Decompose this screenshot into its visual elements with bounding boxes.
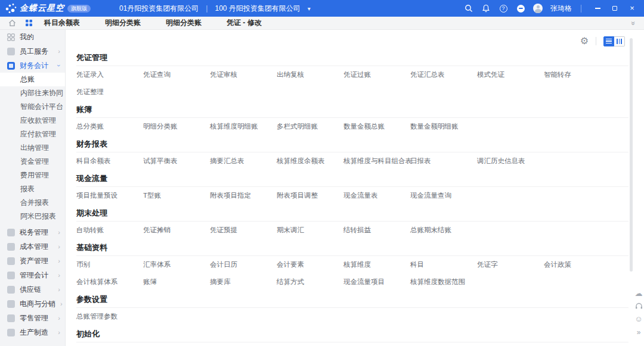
menu-item[interactable]: 摘要汇总表 xyxy=(210,152,277,170)
menu-item[interactable]: 总账管理参数 xyxy=(76,308,143,325)
sidebar-subitem-amoeba-reports[interactable]: 阿米巴报表 xyxy=(0,210,65,223)
sidebar-subitem-cashier[interactable]: 出纳管理 xyxy=(0,141,65,155)
help-icon[interactable]: ? xyxy=(499,4,508,13)
menu-item[interactable]: 核算维度与科目组合表 xyxy=(343,152,410,170)
menu-item[interactable]: 凭证查询 xyxy=(143,66,210,83)
menu-item[interactable]: 凭证汇总表 xyxy=(410,66,477,83)
menu-item[interactable]: 凭证过账 xyxy=(343,66,410,83)
menu-item[interactable]: 明细分类账 xyxy=(143,118,210,135)
menu-item[interactable]: 自动转账 xyxy=(76,222,143,239)
sidebar-subitem-expense[interactable]: 费用管理 xyxy=(0,169,65,182)
menu-item[interactable]: 会计政策 xyxy=(544,256,611,273)
menu-item[interactable]: 多栏式明细账 xyxy=(277,118,343,135)
minimize-button[interactable] xyxy=(594,5,601,12)
menu-item[interactable]: 核算维度数据范围 xyxy=(410,273,477,291)
menu-item[interactable]: 会计核算体系 xyxy=(76,273,143,291)
menu-item[interactable]: 摘要库 xyxy=(210,273,277,291)
settings-gear-icon[interactable]: ⚙ xyxy=(580,36,589,46)
home-icon[interactable] xyxy=(8,19,16,27)
menu-item[interactable]: 启用总账 xyxy=(277,342,343,346)
sidebar-subitem-consolidated-reports[interactable]: 合并报表 xyxy=(0,196,65,210)
sidebar-item-asset[interactable]: 资产管理 › xyxy=(0,254,65,268)
list-view-button[interactable] xyxy=(603,36,614,46)
menu-item[interactable]: 会计日历 xyxy=(210,256,277,273)
do-not-disturb-icon[interactable] xyxy=(516,4,525,13)
menu-item[interactable]: 试算平衡表 xyxy=(143,152,210,170)
assistant-cloud-icon[interactable]: ☁ xyxy=(635,289,643,297)
sidebar-item-manufacturing[interactable]: 生产制造 › xyxy=(0,325,65,339)
menu-item[interactable]: 期末调汇 xyxy=(277,222,343,239)
sidebar-item-supply-chain[interactable]: 供应链 › xyxy=(0,282,65,297)
support-headset-icon[interactable] xyxy=(635,303,643,310)
sidebar-item-employee-service[interactable]: 员工服务 › xyxy=(0,44,65,58)
sidebar-subitem-treasury[interactable]: 资金管理 xyxy=(0,155,65,169)
menu-item[interactable]: 凭证录入 xyxy=(76,66,143,83)
menu-item[interactable]: 总分类账 xyxy=(76,118,143,135)
menu-item[interactable]: 项目批量预设 xyxy=(76,187,143,204)
menu-item[interactable]: 结转损益 xyxy=(343,222,410,239)
menu-item[interactable]: 现金流量查询 xyxy=(410,187,477,204)
search-icon[interactable] xyxy=(464,4,473,13)
menu-item[interactable]: 凭证审核 xyxy=(210,66,277,83)
sidebar-subitem-smart-accounting[interactable]: 智能会计平台 xyxy=(0,100,65,114)
sidebar-subitem-receivables[interactable]: 应收款管理 xyxy=(0,114,65,127)
menu-item[interactable]: 核算维度初始余额 xyxy=(143,342,210,346)
menu-item[interactable]: 现金流量项目 xyxy=(343,273,410,291)
menu-item[interactable]: 凭证字 xyxy=(477,256,544,273)
content-scrollbar[interactable] xyxy=(630,38,633,272)
menu-item[interactable]: 核算维度 xyxy=(343,256,410,273)
app-menu-grid-icon[interactable] xyxy=(26,20,32,26)
maximize-button[interactable] xyxy=(611,5,618,12)
sidebar-item-tax[interactable]: 税务管理 › xyxy=(0,225,65,239)
menu-item[interactable]: 凭证预提 xyxy=(210,222,277,239)
menu-item[interactable]: T型账 xyxy=(143,187,210,204)
menu-item[interactable]: 凭证摊销 xyxy=(143,222,210,239)
menu-item[interactable]: 账簿 xyxy=(143,273,210,291)
tab-detail-ledger-1[interactable]: 明细分类账 xyxy=(105,18,141,28)
menu-item[interactable]: 科目余额表 xyxy=(76,152,143,170)
menu-item[interactable]: 出纳复核 xyxy=(277,66,343,83)
menu-item[interactable]: 会计要素 xyxy=(277,256,343,273)
sidebar-item-ecommerce[interactable]: 电商与分销 › xyxy=(0,297,65,311)
sidebar-item-cost[interactable]: 成本管理 › xyxy=(0,239,65,254)
sidebar-subitem-reports[interactable]: 报表 xyxy=(0,182,65,196)
menu-item[interactable]: 总账期末结账 xyxy=(410,222,477,239)
menu-item[interactable]: 日报表 xyxy=(410,152,477,170)
sidebar-item-retail[interactable]: 零售管理 › xyxy=(0,311,65,325)
sidebar-item-management-accounting[interactable]: 管理会计 › xyxy=(0,268,65,282)
sidebar-subitem-general-ledger[interactable]: 总账 xyxy=(0,73,65,86)
menu-item[interactable]: 科目 xyxy=(410,256,477,273)
menu-item[interactable]: 数量金额总账 xyxy=(343,118,410,135)
column-view-button[interactable] xyxy=(614,36,625,46)
organization-switcher[interactable]: 01丹阳投资集团有限公司 | 100 丹阳投资集团有限公司 ▾ xyxy=(119,4,311,14)
collapse-tabs-icon[interactable]: » xyxy=(630,21,638,25)
menu-item[interactable]: 凭证整理 xyxy=(76,83,143,101)
tab-account-balance[interactable]: 科目余额表 xyxy=(44,18,80,28)
menu-item[interactable]: 附表项目调整 xyxy=(277,187,343,204)
menu-item[interactable]: 核算维度明细账 xyxy=(210,118,277,135)
menu-item[interactable]: 汇率体系 xyxy=(143,256,210,273)
more-chevron-icon[interactable]: » xyxy=(637,328,641,336)
menu-item[interactable]: 现金流量初始余额 xyxy=(210,342,277,346)
menu-item[interactable]: 数量金额明细账 xyxy=(410,118,477,135)
menu-item[interactable]: 智能转存 xyxy=(544,66,611,83)
tab-voucher-edit[interactable]: 凭证 - 修改 xyxy=(227,18,262,28)
menu-item[interactable]: 币别 xyxy=(76,256,143,273)
notification-bell-icon[interactable] xyxy=(481,4,491,13)
close-button[interactable]: × xyxy=(628,5,636,12)
menu-item[interactable]: 模式凭证 xyxy=(477,66,544,83)
menu-item[interactable]: 科目初始余额 xyxy=(76,342,143,346)
avatar[interactable] xyxy=(533,4,543,13)
sidebar-item-finance-accounting[interactable]: 财务会计 › xyxy=(0,58,65,73)
caret-down-icon[interactable]: ▾ xyxy=(308,5,311,12)
feedback-smiley-icon[interactable]: ☺ xyxy=(634,315,642,323)
sidebar-subitem-payables[interactable]: 应付款管理 xyxy=(0,127,65,141)
sidebar-item-my[interactable]: 我的 xyxy=(0,30,65,44)
menu-item[interactable]: 附表项目指定 xyxy=(210,187,277,204)
menu-item[interactable]: 现金流量表 xyxy=(343,187,410,204)
menu-item[interactable]: 结算方式 xyxy=(277,273,343,291)
sidebar-subitem-internal-transactions[interactable]: 内部往来协同 xyxy=(0,86,65,100)
tab-detail-ledger-2[interactable]: 明细分类账 xyxy=(166,18,202,28)
menu-item[interactable]: 核算维度余额表 xyxy=(277,152,343,170)
menu-item[interactable]: 调汇历史信息表 xyxy=(477,152,544,170)
